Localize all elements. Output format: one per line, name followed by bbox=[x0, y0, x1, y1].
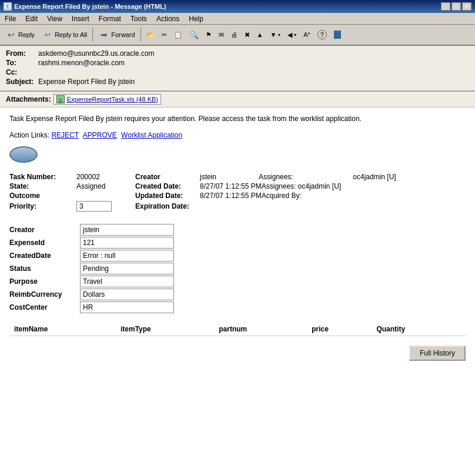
task-row-3: Outcome Updated Date: 8/27/07 1:12:55 PM… bbox=[9, 191, 466, 200]
assignees-value-inline: oc4jadmin [U] bbox=[298, 182, 341, 190]
history-button-container: Full History bbox=[9, 346, 466, 366]
menu-insert[interactable]: Insert bbox=[67, 14, 94, 24]
print2-button[interactable]: 🖨 bbox=[228, 26, 240, 43]
cc-label: Cc: bbox=[6, 68, 38, 76]
form-fields-section: CreatorjsteinExpenseId121CreatedDateErro… bbox=[9, 224, 466, 313]
task-details-table: Task Number: 200002 Creator jstein Assig… bbox=[9, 172, 466, 212]
form-row-5: ReimbCurrencyDollars bbox=[9, 289, 466, 300]
forward-label: Forward bbox=[111, 31, 135, 38]
form-row-3: StatusPending bbox=[9, 263, 466, 274]
assignees-label-inline: Assignees: bbox=[262, 182, 296, 190]
col-item-name: itemName bbox=[9, 323, 116, 336]
col-item-type: itemType bbox=[116, 323, 214, 336]
find-button[interactable]: 🔍 bbox=[186, 26, 202, 43]
minimize-button[interactable]: _ bbox=[441, 2, 450, 11]
attachment-file[interactable]: X ExpenseReportTask.xls (48 KB) bbox=[53, 94, 161, 105]
copy-icon: 📋 bbox=[174, 31, 182, 39]
items-table: itemName itemType partnum price Quantity bbox=[9, 323, 466, 336]
menu-help[interactable]: Help bbox=[184, 14, 208, 24]
subject-label: Subject: bbox=[6, 78, 38, 86]
menu-file[interactable]: File bbox=[0, 14, 21, 24]
creator-label: Creator bbox=[133, 172, 198, 182]
expiration-date-label: Expiration Date: bbox=[133, 200, 198, 212]
form-field-1: 121 bbox=[80, 237, 174, 249]
menu-tools[interactable]: Tools bbox=[126, 14, 152, 24]
close-button[interactable]: × bbox=[462, 2, 471, 11]
reply-to-all-button[interactable]: ↩ Reply to All bbox=[39, 26, 90, 43]
assignees-label: Assignees: bbox=[256, 172, 350, 182]
print-button[interactable]: ✂ bbox=[159, 26, 170, 43]
delete-icon: ✖ bbox=[245, 31, 250, 39]
col-partnum: partnum bbox=[214, 323, 307, 336]
form-field-3: Pending bbox=[80, 263, 174, 274]
attachment-filename[interactable]: ExpenseReportTask.xls (48 KB) bbox=[67, 96, 158, 103]
form-label-0: Creator bbox=[9, 226, 80, 234]
menu-format[interactable]: Format bbox=[94, 14, 126, 24]
open-icon: 📂 bbox=[146, 31, 155, 39]
form-field-0: jstein bbox=[80, 224, 174, 236]
expiration-date-value bbox=[198, 200, 466, 212]
assignees-value: oc4jadmin [U] bbox=[350, 172, 466, 182]
form-label-1: ExpenseId bbox=[9, 239, 80, 247]
extra-icon bbox=[334, 31, 341, 39]
prev-button[interactable]: ◀ ▾ bbox=[285, 26, 299, 43]
action-links-label: Action Links: bbox=[9, 131, 49, 139]
window-title: Expense Report Filed By jstein - Message… bbox=[14, 3, 166, 10]
down-icon: ▼ bbox=[270, 31, 276, 38]
help-button[interactable]: ? bbox=[315, 26, 330, 43]
col-quantity: Quantity bbox=[372, 323, 466, 336]
extra-button[interactable] bbox=[331, 26, 344, 43]
task-number-value: 200002 bbox=[74, 172, 133, 182]
state-value: Assigned bbox=[74, 182, 133, 191]
forward-icon: ➡ bbox=[98, 29, 110, 41]
window-controls[interactable]: _ □ × bbox=[441, 2, 471, 11]
body-main-text: Task Expense Report Filed By jstein requ… bbox=[9, 113, 466, 124]
to-label: To: bbox=[6, 59, 38, 67]
forward-button[interactable]: ➡ Forward bbox=[95, 26, 138, 43]
to-value: rashmi.menon@oracle.com bbox=[38, 59, 125, 67]
mail-button[interactable]: ✉ bbox=[216, 26, 227, 43]
form-row-4: PurposeTravel bbox=[9, 276, 466, 287]
form-label-5: ReimbCurrency bbox=[9, 290, 80, 299]
acquired-by-label: Acquired By: bbox=[262, 192, 302, 200]
reply-button[interactable]: ↩ Reply bbox=[2, 26, 38, 43]
copy-button[interactable]: 📋 bbox=[171, 26, 185, 43]
email-header: From: askdemo@usunnbc29.us.oracle.com To… bbox=[0, 46, 475, 92]
open-button[interactable]: 📂 bbox=[143, 26, 158, 43]
menu-edit[interactable]: Edit bbox=[21, 14, 42, 24]
title-bar: 📧 Expense Report Filed By jstein - Messa… bbox=[0, 0, 475, 13]
to-row: To: rashmi.menon@oracle.com bbox=[6, 59, 469, 67]
table-header-row: itemName itemType partnum price Quantity bbox=[9, 323, 466, 336]
toolbar: ↩ Reply ↩ Reply to All ➡ Forward 📂 ✂ 📋 🔍… bbox=[0, 25, 475, 46]
reply-all-icon: ↩ bbox=[42, 29, 53, 41]
printer-icon: 🖨 bbox=[231, 31, 238, 38]
text-size-button[interactable]: A* bbox=[300, 26, 313, 43]
flag-button[interactable]: ⚑ bbox=[203, 26, 215, 43]
state-label: State: bbox=[9, 182, 74, 191]
reply-label: Reply bbox=[18, 31, 35, 38]
form-label-2: CreatedDate bbox=[9, 252, 80, 260]
maximize-button[interactable]: □ bbox=[451, 2, 461, 11]
form-row-1: ExpenseId121 bbox=[9, 237, 466, 249]
text-size-icon: A* bbox=[303, 31, 310, 38]
email-body: Task Expense Report Filed By jstein requ… bbox=[0, 108, 475, 476]
menu-view[interactable]: View bbox=[42, 14, 67, 24]
from-row: From: askdemo@usunnbc29.us.oracle.com bbox=[6, 49, 469, 58]
created-date-value: 8/27/07 1:12:55 PM bbox=[200, 182, 262, 190]
from-value: askdemo@usunnbc29.us.oracle.com bbox=[38, 49, 155, 58]
form-label-3: Status bbox=[9, 264, 80, 273]
down-button[interactable]: ▼ ▾ bbox=[267, 26, 283, 43]
worklist-link[interactable]: Worklist Application bbox=[121, 131, 182, 139]
priority-label: Priority: bbox=[9, 200, 74, 212]
priority-input[interactable] bbox=[76, 201, 112, 212]
cc-row: Cc: bbox=[6, 68, 469, 76]
task-row-2: State: Assigned Created Date: 8/27/07 1:… bbox=[9, 182, 466, 191]
approve-link[interactable]: APPROVE bbox=[83, 131, 117, 139]
reject-link[interactable]: REJECT bbox=[51, 131, 79, 139]
delete-button[interactable]: ✖ bbox=[242, 26, 253, 43]
menu-actions[interactable]: Actions bbox=[152, 14, 184, 24]
up-button[interactable]: ▲ bbox=[254, 26, 266, 43]
priority-cell bbox=[74, 200, 133, 212]
full-history-button[interactable]: Full History bbox=[409, 346, 466, 361]
form-field-6: HR bbox=[80, 301, 174, 313]
